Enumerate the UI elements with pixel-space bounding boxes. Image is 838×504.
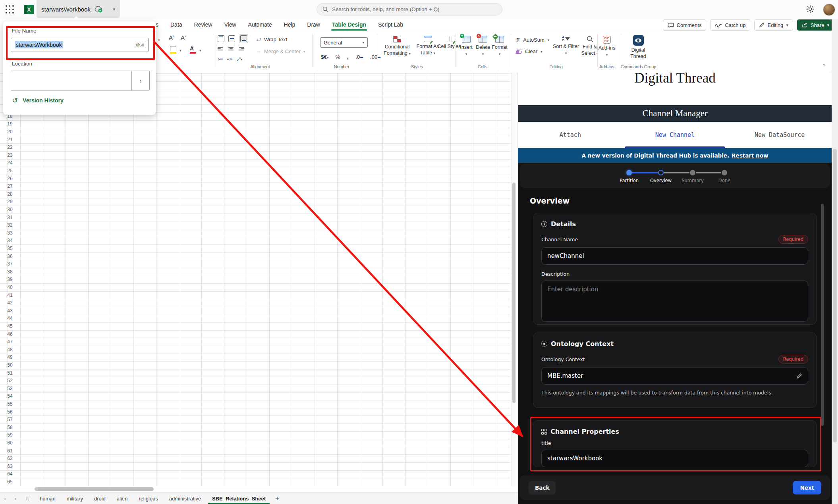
sheet-tab-human[interactable]: human [34,492,61,504]
menu-tab-review[interactable]: Review [194,20,212,30]
row-header-46[interactable]: 46 [0,330,20,338]
font-color-button[interactable]: A [190,45,196,54]
decrease-indent-icon[interactable]: ᚛≡ [218,56,223,62]
all-sheets-menu-icon[interactable]: ≡ [21,495,34,502]
decrease-decimal-button[interactable]: .0⬅ [355,54,363,60]
editing-mode-button[interactable]: Editing ▾ [754,19,793,31]
edit-pencil-icon[interactable] [796,373,802,379]
row-header-65[interactable]: 65 [0,478,20,486]
menu-tab-data[interactable]: Data [170,20,182,30]
row-header-47[interactable]: 47 [0,338,20,346]
pane-tab-new-channel[interactable]: New Channel [623,122,728,148]
row-header-44[interactable]: 44 [0,315,20,323]
row-header-58[interactable]: 58 [0,423,20,431]
percent-format-button[interactable]: % [336,54,340,60]
next-button[interactable]: Next [793,481,821,494]
sheet-tab-administrative[interactable]: administrative [164,492,207,504]
grid-vertical-scroll-thumb[interactable] [512,183,516,403]
row-header-57[interactable]: 57 [0,416,20,423]
pane-scroll-thumb[interactable] [821,204,824,426]
align-bottom-button-selected[interactable] [239,34,248,43]
menu-tab-draw[interactable]: Draw [307,20,320,30]
search-input[interactable]: Search for tools, help, and more (Option… [317,3,502,15]
prev-sheet-chevron-icon[interactable]: ‹ [0,496,10,502]
row-header-21[interactable]: 21 [0,136,20,144]
row-header-19[interactable]: 19 [0,120,20,128]
row-header-56[interactable]: 56 [0,408,20,416]
location-field[interactable]: › [11,71,150,90]
menu-tab-script-lab[interactable]: Script Lab [378,20,403,30]
row-header-32[interactable]: 32 [0,221,20,229]
menu-tab-s[interactable]: s [156,20,158,30]
row-header-31[interactable]: 31 [0,214,20,221]
add-sheet-button[interactable]: + [271,494,283,502]
version-history-link[interactable]: ↺ Version History [12,97,64,104]
row-header-23[interactable]: 23 [0,151,20,159]
row-header-42[interactable]: 42 [0,299,20,307]
conditional-formatting-button[interactable]: Conditional Formatting ▾ [382,36,412,56]
row-header-53[interactable]: 53 [0,385,20,392]
sort-filter-button[interactable]: AZ Sort & Filter ▾ [553,36,579,56]
fill-color-chevron-icon[interactable]: ▾ [180,48,182,52]
menu-tab-table-design[interactable]: Table Design [332,20,366,30]
row-header-37[interactable]: 37 [0,260,20,268]
grid-horizontal-scroll-thumb[interactable] [35,487,154,491]
row-header-60[interactable]: 60 [0,439,20,447]
add-ins-button[interactable]: Add-ins▾ [594,36,620,58]
catch-up-button[interactable]: Catch up [710,19,750,31]
sheet-tab-military[interactable]: military [61,492,89,504]
number-format-select[interactable]: General ▾ [320,37,368,48]
row-header-35[interactable]: 35 [0,244,20,252]
align-left-button[interactable] [218,47,223,50]
sheet-tab-droid[interactable]: droid [89,492,111,504]
fill-color-button[interactable] [170,46,176,54]
sheet-tab-sbe-relations-sheet[interactable]: SBE_Relations_Sheet [207,492,271,504]
row-header-30[interactable]: 30 [0,206,20,214]
comments-button[interactable]: Comments [663,19,707,31]
grid-vertical-scrollbar[interactable] [511,73,516,487]
align-middle-button[interactable] [228,35,235,42]
align-center-button[interactable] [228,47,234,50]
row-header-28[interactable]: 28 [0,190,20,198]
font-color-chevron-icon[interactable]: ▾ [199,48,201,52]
increase-decimal-button[interactable]: .00➡ [370,54,381,60]
row-header-52[interactable]: 52 [0,377,20,385]
accounting-format-button[interactable]: $€▾ [321,54,329,60]
row-header-55[interactable]: 55 [0,400,20,408]
row-header-50[interactable]: 50 [0,361,20,369]
sheet-tab-alien[interactable]: alien [111,492,133,504]
row-header-36[interactable]: 36 [0,252,20,260]
wrap-text-button[interactable]: ⮐ Wrap Text [256,37,287,42]
next-sheet-chevron-icon[interactable]: › [10,496,21,502]
location-open-chevron-icon[interactable]: › [131,71,149,90]
merge-center-button[interactable]: ⇔ Merge & Center ▾ [256,48,305,54]
sheet-tab-religious[interactable]: religious [133,492,163,504]
pane-tab-new-datasource[interactable]: New DataSource [727,122,832,148]
menu-tab-automate[interactable]: Automate [248,20,272,30]
row-header-22[interactable]: 22 [0,143,20,151]
row-header-43[interactable]: 43 [0,307,20,315]
row-header-48[interactable]: 48 [0,346,20,354]
align-top-button[interactable] [218,35,224,42]
row-header-62[interactable]: 62 [0,454,20,462]
row-header-45[interactable]: 45 [0,322,20,330]
row-header-24[interactable]: 24 [0,159,20,167]
row-header-27[interactable]: 27 [0,182,20,190]
autosum-button[interactable]: Σ AutoSum ▾ [516,37,549,43]
back-button[interactable]: Back [529,481,556,494]
row-header-49[interactable]: 49 [0,354,20,362]
pane-tab-attach[interactable]: Attach [518,122,623,148]
row-header-34[interactable]: 34 [0,237,20,245]
description-textarea[interactable] [541,281,808,322]
menu-tab-view[interactable]: View [224,20,236,30]
row-header-26[interactable]: 26 [0,175,20,183]
ontology-context-input[interactable]: MBE.master [541,367,808,385]
row-header-38[interactable]: 38 [0,268,20,276]
page-scrollbar-thumb[interactable] [833,149,837,442]
collapse-ribbon-chevron-icon[interactable]: ⌄ [822,61,826,67]
app-launcher-icon[interactable] [6,5,14,14]
row-header-59[interactable]: 59 [0,431,20,439]
row-header-25[interactable]: 25 [0,167,20,175]
title-dropdown-chevron-icon[interactable]: ▾ [113,7,115,12]
row-header-63[interactable]: 63 [0,462,20,470]
